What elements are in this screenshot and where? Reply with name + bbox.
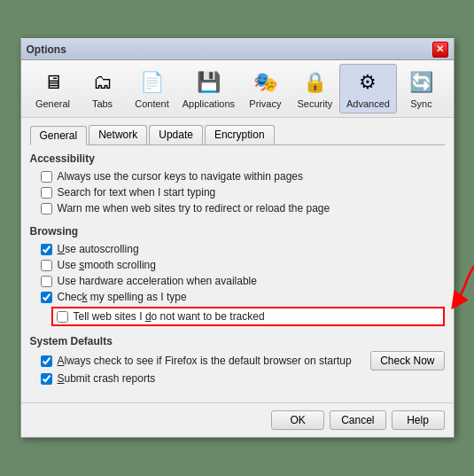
check-now-button[interactable]: Check Now: [370, 351, 444, 371]
general-icon: 🖥: [39, 68, 67, 97]
list-item: Always use the cursor keys to navigate w…: [30, 168, 445, 184]
crash-reports-checkbox[interactable]: [41, 373, 52, 385]
do-not-track-checkbox[interactable]: [57, 311, 68, 323]
default-browser-checkbox[interactable]: [41, 355, 52, 367]
title-bar: Options ✕: [21, 39, 454, 60]
browsing-section: Browsing Use autoscrolling Use smooth sc…: [30, 225, 445, 326]
tracked-row-container: Tell web sites I do not want to be track…: [41, 307, 445, 326]
list-item: Always check to see if Firefox is the de…: [30, 351, 445, 371]
red-arrow: [440, 249, 475, 311]
browsing-title: Browsing: [30, 225, 445, 238]
system-defaults-section: System Defaults Always check to see if F…: [30, 335, 445, 386]
list-item: Use hardware acceleration when available: [30, 273, 445, 289]
options-window: Options ✕ 🖥 General 🗂 Tabs 📄 Content 💾 A…: [20, 38, 455, 438]
toolbar-item-applications[interactable]: 💾 Applications: [177, 65, 241, 113]
list-item: Use smooth scrolling: [30, 257, 445, 273]
toolbar-label-content: Content: [135, 98, 169, 109]
tabs-icon: 🗂: [89, 68, 117, 97]
list-item: Check my spelling as I type: [30, 289, 445, 305]
toolbar-label-general: General: [35, 98, 70, 109]
toolbar-label-security: Security: [298, 98, 333, 109]
privacy-icon: 🎭: [251, 68, 279, 97]
hardware-accel-label: Use hardware acceleration when available: [58, 275, 257, 287]
warn-redirect-checkbox[interactable]: [41, 203, 52, 215]
toolbar: 🖥 General 🗂 Tabs 📄 Content 💾 Application…: [21, 60, 454, 118]
toolbar-item-sync[interactable]: 🔄 Sync: [397, 65, 447, 113]
list-item: Search for text when I start typing: [30, 184, 445, 200]
toolbar-item-security[interactable]: 🔒 Security: [290, 65, 339, 113]
tab-update[interactable]: Update: [149, 125, 203, 144]
spell-check-checkbox[interactable]: [41, 292, 52, 303]
search-text-checkbox[interactable]: [41, 187, 52, 199]
cancel-button[interactable]: Cancel: [330, 410, 385, 430]
tab-network[interactable]: Network: [89, 125, 147, 144]
cursor-keys-checkbox[interactable]: [41, 171, 52, 183]
search-text-label: Search for text when I start typing: [58, 186, 216, 199]
toolbar-label-sync: Sync: [410, 98, 431, 109]
warn-redirect-label: Warn me when web sites try to redirect o…: [58, 202, 330, 215]
accessibility-title: Accessibility: [30, 152, 445, 165]
toolbar-label-applications: Applications: [183, 98, 235, 109]
list-item: Warn me when web sites try to redirect o…: [30, 200, 445, 216]
do-not-track-row: Tell web sites I do not want to be track…: [51, 307, 445, 326]
tab-bar: General Network Update Encryption: [30, 125, 445, 145]
content-icon: 📄: [138, 68, 167, 97]
crash-reports-label: Submit crash reports: [58, 372, 156, 385]
toolbar-item-advanced[interactable]: ⚙ Advanced: [339, 64, 396, 113]
help-button[interactable]: Help: [392, 410, 445, 430]
bottom-bar: OK Cancel Help: [21, 402, 454, 437]
security-icon: 🔒: [300, 68, 329, 97]
autoscrolling-checkbox[interactable]: [41, 244, 52, 255]
spell-check-label: Check my spelling as I type: [58, 291, 187, 303]
cursor-keys-label: Always use the cursor keys to navigate w…: [58, 170, 303, 183]
default-browser-label: Always check to see if Firefox is the de…: [58, 355, 352, 367]
toolbar-label-advanced: Advanced: [346, 98, 390, 109]
applications-icon: 💾: [194, 68, 222, 97]
do-not-track-label: Tell web sites I do not want to be track…: [74, 310, 265, 323]
advanced-icon: ⚙: [354, 68, 382, 97]
accessibility-section: Accessibility Always use the cursor keys…: [30, 152, 445, 216]
list-item: Use autoscrolling: [30, 241, 445, 257]
toolbar-label-privacy: Privacy: [249, 98, 281, 109]
default-browser-row: Always check to see if Firefox is the de…: [30, 353, 371, 369]
ok-button[interactable]: OK: [271, 410, 324, 430]
window-title: Options: [27, 43, 66, 56]
system-defaults-title: System Defaults: [30, 335, 445, 347]
toolbar-item-privacy[interactable]: 🎭 Privacy: [240, 65, 290, 113]
sync-icon: 🔄: [408, 68, 436, 97]
toolbar-item-content[interactable]: 📄 Content: [128, 65, 177, 113]
toolbar-item-general[interactable]: 🖥 General: [28, 65, 78, 113]
list-item: Submit crash reports: [30, 371, 445, 386]
close-button[interactable]: ✕: [432, 42, 448, 58]
toolbar-item-tabs[interactable]: 🗂 Tabs: [78, 65, 128, 113]
tab-encryption[interactable]: Encryption: [205, 125, 275, 144]
toolbar-label-tabs: Tabs: [92, 98, 113, 109]
autoscrolling-label: Use autoscrolling: [58, 243, 139, 255]
tab-general[interactable]: General: [30, 126, 88, 145]
hardware-accel-checkbox[interactable]: [41, 276, 52, 287]
smooth-scrolling-label: Use smooth scrolling: [58, 259, 156, 271]
smooth-scrolling-checkbox[interactable]: [41, 260, 52, 271]
content-area: General Network Update Encryption Access…: [21, 118, 454, 402]
